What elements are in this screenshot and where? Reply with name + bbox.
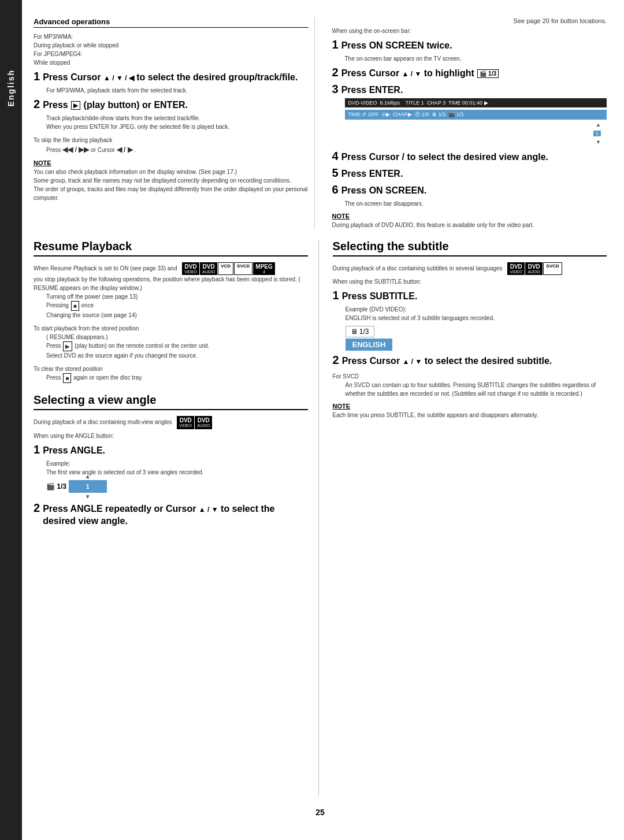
step1-sub: For MP3/WMA, playback starts from the se… [46,86,309,95]
right-step4-line: 4 Press Cursor / to select the desired v… [332,150,607,163]
subtitle-step2-line: 2 Press Cursor ▲ / ▼ to select the desir… [333,354,607,367]
skip-label: To skip the file during playback [34,136,309,144]
badge-dvd-audio-3: DVDAUDIO [525,262,543,276]
right-step5-line: 5 Press ENTER. [332,167,607,180]
bottom-right-col: Selecting the subtitle During playback o… [330,240,607,796]
note-label-subtitle: NOTE [333,403,607,410]
right-step2-line: 2 Press Cursor ▲ / ▼ to highlight 🎬 1/3 [332,66,607,80]
badge-dvd-audio: DVDAUDIO [200,262,217,276]
view-angle-title: Selecting a view angle [34,393,308,410]
onscreen-bar1: DVD-VIDEO 8.1Mbps TITLE 1 CHAP 3 TIME 00… [345,98,607,107]
subtitle-step2-number: 2 [333,354,339,366]
step2-number: 2 [34,98,40,110]
view-angle-section: Selecting a view angle During playback o… [34,393,308,527]
for-svcd-label: For SVCD [333,372,607,381]
skip-sub: Press ◀◀ / ▶▶ or Cursor ◀ / ▶ . [46,144,309,155]
resume-ops: Turning off the power (see page 13) Pres… [46,292,308,319]
step2-text: Press ▶ (play button) or ENTER. [43,99,188,111]
left-column: Advanced operations For MP3/WMA: During … [34,17,315,229]
angle-counter: 🎬 1/3 [46,482,66,490]
angle-step1-text: Press ANGLE. [43,445,105,457]
angle-step2-text: Press ANGLE repeatedly or Cursor ▲ / ▼ t… [43,503,307,527]
badge-svcd-3: SVCD [543,262,562,276]
when-angle: When using the ANGLE button: [34,432,308,440]
note-subtitle: NOTE Each time you press SUBTITLE, the s… [333,403,607,419]
step1-number: 1 [34,70,40,82]
resume-badges: DVDVIDEO DVDAUDIO VCD SVCD MPEG4 [182,262,275,276]
subtitle-step1-text: Press SUBTITLE. [342,291,418,303]
when-subtitle: When using the SUBTITLE button: [333,277,607,286]
subtitle-display: 🖥 1/3 ENGLISH [346,326,607,351]
stored-label: To start playback from the stored positi… [34,324,308,333]
angle-bar: ▲ 1 ▼ [69,480,107,493]
onscreen-bar2: TIME ↺ OFF ⊙▶ CHAP.▶ ⓟ 1/8 🖥 1/3 🎬 1/3 [345,110,607,120]
svcd-section: For SVCD An SVCD can contain up to four … [333,372,607,398]
language-label: English [6,69,16,107]
right-column: See page 20 for button locations. When u… [326,17,607,229]
for-svcd-text: An SVCD can contain up to four subtitles… [346,381,607,398]
clear-sub: Press ■ again or open the disc tray. [46,373,308,383]
subtitle-title: Selecting the subtitle [333,240,607,257]
right-step3-line: 3 Press ENTER. [332,83,607,96]
resume-clear: To clear the stored position Press ■ aga… [34,365,308,383]
view-angle-intro: During playback of a disc containing mul… [34,416,308,429]
right-step6-number: 6 [332,184,339,195]
right-step5-text: Press ENTER. [341,168,403,180]
note-label-right: NOTE [332,213,607,220]
stored-steps: Press ▶ (play button) on the remote cont… [46,341,308,360]
subtitle-badges: DVDVIDEO DVDAUDIO SVCD [507,262,562,276]
when-label-right: When using the on-screen bar: [332,27,607,35]
angle-step1-number: 1 [34,444,40,455]
note3-left: The order of groups, tracks and files ma… [34,185,309,202]
skip-section: To skip the file during playback Press ◀… [34,136,309,155]
page-ref: See page 20 for button locations. [332,17,607,24]
resume-section: Resume Playback When Resume Playback is … [34,240,308,384]
note1-left: You can also check playback information … [34,168,309,176]
right-step1-sub: The on-screen bar appears on the TV scre… [345,54,607,63]
right-step3-number: 3 [332,83,339,95]
badge-dvd-video-3: DVDVIDEO [507,262,525,276]
subtitle-english: ENGLISH [346,339,393,351]
main-content: Advanced operations For MP3/WMA: During … [22,0,624,840]
step2-sub1: Track playback/slide-show starts from th… [46,114,309,131]
subtitle-step2-text: Press Cursor ▲ / ▼ to select the desired… [342,355,552,367]
right-step6-text: Press ON SCREEN. [341,185,427,197]
badge-dvd-audio-2: DVDAUDIO [195,416,212,429]
badge-dvd-video-2: DVDVIDEO [177,416,194,429]
right-step1-line: 1 Press ON SCREEN twice. [332,39,607,52]
bottom-sections: Resume Playback When Resume Playback is … [34,240,607,796]
subtitle-counter: 🖥 1/3 [346,326,374,337]
right-step6-sub: The on-screen bar disappears. [345,199,607,208]
language-tab: English [0,0,22,840]
badge-dvd-video: DVDVIDEO [182,262,199,276]
onscreen-display: DVD-VIDEO 8.1Mbps TITLE 1 CHAP 3 TIME 00… [345,98,607,146]
subtitle-intro: During playback of a disc containing sub… [333,262,607,276]
clear-label: To clear the stored position [34,365,308,373]
subtitle-step1-line: 1 Press SUBTITLE. [333,289,607,303]
subtitle-example: Example (DVD VIDEO): ENGLISH is selected… [346,305,607,322]
resume-intro2: you stop playback by the following opera… [34,275,308,292]
step1-text: Press Cursor ▲ / ▼ / ◀ to select the des… [43,72,298,84]
angle-display-box: 🎬 1/3 ▲ 1 ▼ [46,480,308,493]
note1-subtitle: Each time you press SUBTITLE, the subtit… [333,411,607,419]
subtitle-section: Selecting the subtitle During playback o… [333,240,607,419]
badge-vcd: VCD [218,262,233,276]
resume-title: Resume Playback [34,240,308,257]
note-mp3: For MP3/WMA: During playback or while st… [34,32,309,67]
advanced-operations-section: Advanced operations For MP3/WMA: During … [34,17,607,229]
section-header-left: Advanced operations [34,17,309,28]
angle-step1-line: 1 Press ANGLE. [34,444,308,457]
resume-stored: To start playback from the stored positi… [34,324,308,360]
bottom-left-col: Resume Playback When Resume Playback is … [34,240,319,796]
page-container: English Advanced operations For MP3/WMA:… [0,0,624,840]
note2-left: Some group, track and file names may not… [34,176,309,185]
page-number: 25 [34,808,607,817]
right-step4-number: 4 [332,150,339,162]
right-step6-line: 6 Press ON SCREEN. [332,184,607,197]
badge-mpeg4: MPEG4 [253,262,274,276]
right-step2-number: 2 [332,66,339,78]
angle-step2-number: 2 [34,502,40,514]
right-step1-text: Press ON SCREEN twice. [341,40,452,52]
right-step5-number: 5 [332,167,339,179]
arrow-indicator: ▲ 1 ▼ [345,120,601,146]
